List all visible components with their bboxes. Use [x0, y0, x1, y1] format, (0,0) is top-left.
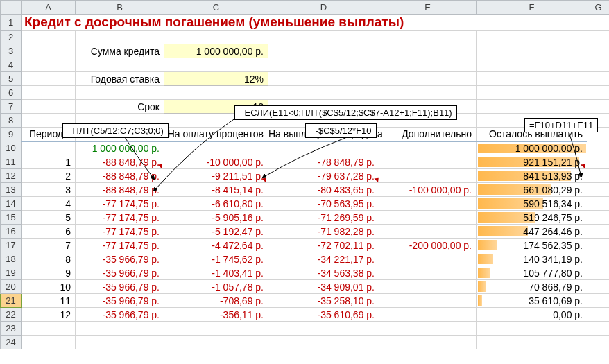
interest-cell[interactable]: -9 211,51 р.: [164, 169, 268, 183]
extra-cell[interactable]: [379, 252, 477, 266]
remaining-cell[interactable]: 35 610,69 р.: [477, 294, 587, 308]
extra-cell[interactable]: [379, 308, 477, 322]
remaining-cell[interactable]: 174 562,35 р.: [477, 239, 587, 252]
remaining-cell[interactable]: 0,00 р.: [477, 308, 587, 322]
extra-cell[interactable]: -200 000,00 р.: [379, 239, 477, 252]
principal-cell[interactable]: -35 258,10 р.: [268, 294, 379, 308]
interest-cell[interactable]: -5 905,16 р.: [164, 211, 268, 225]
remaining-cell[interactable]: 661 080,29 р.: [477, 183, 587, 197]
interest-cell[interactable]: -4 472,64 р.: [164, 239, 268, 252]
payment-cell[interactable]: -35 966,79 р.: [76, 280, 164, 294]
period-cell[interactable]: 1: [22, 155, 76, 169]
column-header[interactable]: A: [22, 1, 76, 15]
interest-cell[interactable]: -708,69 р.: [164, 294, 268, 308]
payment-cell[interactable]: -77 174,75 р.: [76, 211, 164, 225]
extra-cell[interactable]: [379, 197, 477, 211]
column-header[interactable]: F: [477, 1, 587, 15]
column-header[interactable]: G: [587, 1, 610, 15]
payment-cell[interactable]: -77 174,75 р.: [76, 225, 164, 239]
column-header[interactable]: [1, 1, 22, 15]
interest-cell[interactable]: -10 000,00 р.: [164, 155, 268, 169]
period-cell[interactable]: 5: [22, 211, 76, 225]
principal-cell[interactable]: -80 433,65 р.: [268, 183, 379, 197]
row-header[interactable]: 16: [1, 225, 22, 239]
extra-cell[interactable]: [379, 155, 477, 169]
payment-cell[interactable]: -77 174,75 р.: [76, 197, 164, 211]
remaining-cell[interactable]: 841 513,93 р.: [477, 169, 587, 183]
period-cell[interactable]: 3: [22, 183, 76, 197]
extra-cell[interactable]: -100 000,00 р.: [379, 183, 477, 197]
principal-cell[interactable]: -34 909,01 р.: [268, 280, 379, 294]
interest-cell[interactable]: -1 057,78 р.: [164, 280, 268, 294]
row-header[interactable]: 18: [1, 252, 22, 266]
row-header[interactable]: 14: [1, 197, 22, 211]
row-header[interactable]: 22: [1, 308, 22, 322]
column-header[interactable]: E: [379, 1, 477, 15]
row-header[interactable]: 13: [1, 183, 22, 197]
extra-cell[interactable]: [379, 294, 477, 308]
rate-value[interactable]: 12%: [164, 72, 268, 86]
principal-cell[interactable]: -34 221,17 р.: [268, 252, 379, 266]
row-header[interactable]: 24: [1, 336, 22, 349]
sum-value[interactable]: 1 000 000,00 р.: [164, 44, 268, 58]
period-cell[interactable]: 11: [22, 294, 76, 308]
interest-cell[interactable]: -8 415,14 р.: [164, 183, 268, 197]
principal-cell[interactable]: -78 848,79 р.: [268, 155, 379, 169]
row-header[interactable]: 10: [1, 141, 22, 155]
row-header[interactable]: 3: [1, 44, 22, 58]
principal-cell[interactable]: -71 982,28 р.: [268, 225, 379, 239]
remaining-cell[interactable]: 447 264,46 р.: [477, 225, 587, 239]
principal-cell[interactable]: -34 563,38 р.: [268, 266, 379, 280]
extra-cell[interactable]: [379, 211, 477, 225]
payment-cell[interactable]: -35 966,79 р.: [76, 266, 164, 280]
period-cell[interactable]: 6: [22, 225, 76, 239]
initial-credit[interactable]: 1 000 000,00 р.: [76, 141, 164, 155]
interest-cell[interactable]: -5 192,47 р.: [164, 225, 268, 239]
row-header[interactable]: 19: [1, 266, 22, 280]
remaining-cell[interactable]: 921 151,21 р.: [477, 155, 587, 169]
column-header[interactable]: C: [164, 1, 268, 15]
row-header[interactable]: 9: [1, 128, 22, 141]
remaining-cell[interactable]: 1 000 000,00 р.: [477, 141, 587, 155]
period-cell[interactable]: 2: [22, 169, 76, 183]
principal-cell[interactable]: -71 269,59 р.: [268, 211, 379, 225]
interest-cell[interactable]: -1 403,41 р.: [164, 266, 268, 280]
period-cell[interactable]: 9: [22, 266, 76, 280]
row-header[interactable]: 4: [1, 58, 22, 72]
row-header[interactable]: 12: [1, 169, 22, 183]
row-header[interactable]: 1: [1, 15, 22, 31]
principal-cell[interactable]: -79 637,28 р.: [268, 169, 379, 183]
row-header[interactable]: 5: [1, 72, 22, 86]
period-cell[interactable]: 8: [22, 252, 76, 266]
period-cell[interactable]: 4: [22, 197, 76, 211]
payment-cell[interactable]: -77 174,75 р.: [76, 239, 164, 252]
extra-cell[interactable]: [379, 280, 477, 294]
payment-cell[interactable]: -88 848,79 р.: [76, 155, 164, 169]
spreadsheet-grid[interactable]: ABCDEFG1Кредит с досрочным погашением (у…: [0, 0, 609, 349]
principal-cell[interactable]: -35 610,69 р.: [268, 308, 379, 322]
principal-cell[interactable]: -70 563,95 р.: [268, 197, 379, 211]
row-header[interactable]: 6: [1, 86, 22, 100]
period-cell[interactable]: 7: [22, 239, 76, 252]
period-cell[interactable]: 12: [22, 308, 76, 322]
payment-cell[interactable]: -35 966,79 р.: [76, 308, 164, 322]
period-cell[interactable]: 10: [22, 280, 76, 294]
payment-cell[interactable]: -88 848,79 р.: [76, 183, 164, 197]
extra-cell[interactable]: [379, 169, 477, 183]
remaining-cell[interactable]: 590 516,34 р.: [477, 197, 587, 211]
extra-cell[interactable]: [379, 266, 477, 280]
extra-cell[interactable]: [379, 225, 477, 239]
row-header[interactable]: 21: [1, 294, 22, 308]
interest-cell[interactable]: -6 610,80 р.: [164, 197, 268, 211]
principal-cell[interactable]: -72 702,11 р.: [268, 239, 379, 252]
payment-cell[interactable]: -35 966,79 р.: [76, 294, 164, 308]
remaining-cell[interactable]: 70 868,79 р.: [477, 280, 587, 294]
payment-cell[interactable]: -88 848,79 р.: [76, 169, 164, 183]
remaining-cell[interactable]: 519 246,75 р.: [477, 211, 587, 225]
row-header[interactable]: 20: [1, 280, 22, 294]
column-header[interactable]: B: [76, 1, 164, 15]
row-header[interactable]: 15: [1, 211, 22, 225]
row-header[interactable]: 17: [1, 239, 22, 252]
remaining-cell[interactable]: 105 777,80 р.: [477, 266, 587, 280]
interest-cell[interactable]: -1 745,62 р.: [164, 252, 268, 266]
